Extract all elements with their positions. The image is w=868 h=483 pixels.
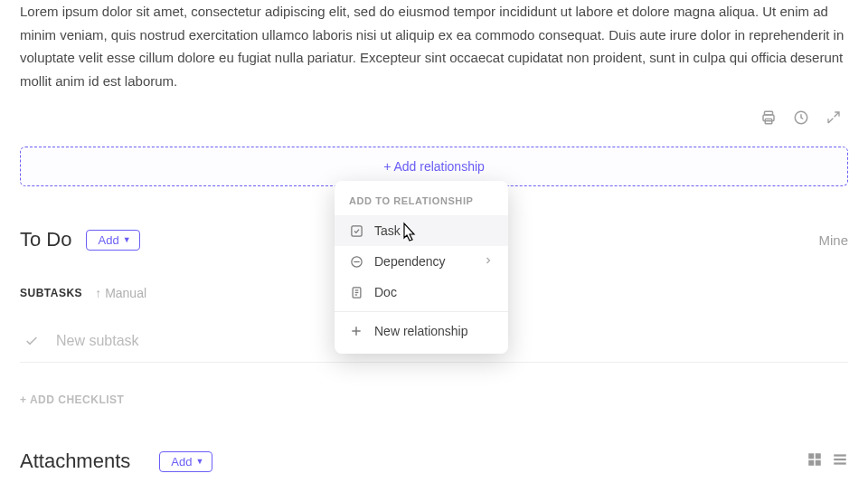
popup-item-task[interactable]: Task: [335, 215, 508, 246]
caret-down-icon: ▼: [195, 457, 203, 466]
plus-icon: [349, 324, 363, 338]
doc-icon: [349, 285, 363, 299]
grid-view-icon[interactable]: [807, 451, 823, 471]
new-subtask-placeholder: New subtask: [56, 333, 139, 349]
svg-rect-11: [351, 225, 361, 235]
popup-item-new-relationship[interactable]: New relationship: [335, 316, 508, 346]
svg-rect-4: [808, 453, 814, 459]
history-icon[interactable]: [792, 109, 810, 127]
relationship-popup: ADD TO RELATIONSHIP Task Dependency Doc …: [335, 181, 508, 354]
attachments-add-button[interactable]: Add ▼: [159, 451, 212, 472]
todo-add-button[interactable]: Add ▼: [86, 230, 139, 251]
task-description[interactable]: Lorem ipsum dolor sit amet, consectetur …: [20, 0, 848, 92]
add-checklist-button[interactable]: + ADD CHECKLIST: [20, 393, 848, 406]
popup-item-label: Dependency: [374, 254, 446, 269]
dependency-icon: [349, 254, 363, 269]
popup-item-label: Doc: [374, 285, 397, 299]
attachments-section-title: Attachments: [20, 450, 130, 473]
svg-rect-6: [808, 460, 814, 466]
task-icon: [349, 223, 363, 238]
svg-rect-5: [816, 453, 821, 459]
subtasks-sort[interactable]: ↑ Manual: [95, 286, 146, 300]
svg-rect-7: [816, 460, 821, 466]
print-icon[interactable]: [760, 109, 778, 127]
popup-item-doc[interactable]: Doc: [335, 277, 508, 308]
expand-icon[interactable]: [825, 109, 843, 127]
mine-filter[interactable]: Mine: [818, 232, 848, 248]
check-icon: [24, 334, 40, 348]
popup-item-label: New relationship: [374, 324, 468, 338]
sort-mode-label: Manual: [105, 286, 146, 300]
chevron-right-icon: [483, 254, 494, 269]
sort-arrow-icon: ↑: [95, 286, 101, 300]
popup-divider: [335, 311, 508, 312]
todo-section-title: To Do: [20, 228, 71, 251]
add-button-label: Add: [171, 455, 192, 469]
add-button-label: Add: [98, 233, 118, 247]
subtasks-label: SUBTASKS: [20, 287, 82, 299]
caret-down-icon: ▼: [123, 235, 131, 244]
popup-header: ADD TO RELATIONSHIP: [335, 188, 508, 215]
list-view-icon[interactable]: [832, 451, 848, 471]
popup-item-dependency[interactable]: Dependency: [335, 246, 508, 277]
popup-item-label: Task: [374, 223, 401, 238]
